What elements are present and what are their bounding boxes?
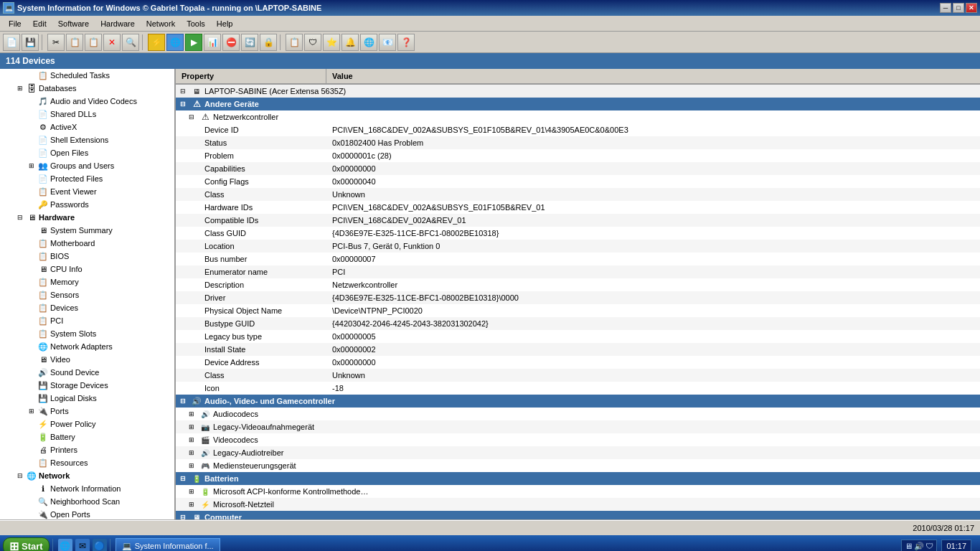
tree-item-network-adapters[interactable]: 🌐 Network Adapters xyxy=(0,340,174,353)
tb-refresh[interactable]: 🔄 xyxy=(241,34,258,51)
expand-icon[interactable] xyxy=(26,354,37,365)
tb-btn11[interactable]: 📧 xyxy=(379,34,396,51)
expand-icon[interactable] xyxy=(26,225,37,236)
tree-item-power-policy[interactable]: ⚡ Power Policy xyxy=(0,418,174,430)
expand-icon[interactable]: ⊞ xyxy=(26,160,37,171)
expand-icon[interactable] xyxy=(26,315,37,326)
tree-container[interactable]: 📋 Scheduled Tasks ⊞ 🗄 Databases 🎵 Audio … xyxy=(0,69,174,519)
expand-icon[interactable] xyxy=(26,250,37,262)
tb-btn7[interactable]: 🛡 xyxy=(304,34,321,51)
expand-icon[interactable]: ⊟ xyxy=(176,397,190,405)
tree-item-shared-dlls[interactable]: 📄 Shared DLLs xyxy=(0,108,174,121)
item-audiocodecs[interactable]: ⊞ 🔊 Audiocodecs xyxy=(176,408,980,420)
section-audio-video[interactable]: ⊟ 🔊 Audio-, Video- und Gamecontroller xyxy=(176,395,980,408)
expand-icon[interactable] xyxy=(26,418,37,430)
tb-new[interactable]: 📄 xyxy=(3,34,20,51)
tb-btn12[interactable]: ❓ xyxy=(397,34,415,51)
item-ms-netzteil[interactable]: ⊞ ⚡ Microsoft-Netzteil xyxy=(176,498,980,511)
tb-btn3[interactable]: ▶ xyxy=(185,34,202,51)
tb-btn2[interactable]: 🌐 xyxy=(166,34,184,51)
expand-icon[interactable]: ⊟ xyxy=(14,212,26,223)
expand-icon[interactable]: ⊞ xyxy=(14,83,26,94)
tb-save[interactable]: 💾 xyxy=(22,34,39,51)
expand-icon[interactable]: ⊞ xyxy=(184,423,199,430)
expand-icon[interactable] xyxy=(26,199,37,210)
tree-item-network[interactable]: ⊟ 🌐 Network xyxy=(0,469,174,482)
tree-item-system-slots[interactable]: 📋 System Slots xyxy=(0,327,174,340)
expand-icon[interactable]: ⊞ xyxy=(184,488,199,495)
tb-btn4[interactable]: 📊 xyxy=(204,34,221,51)
expand-icon[interactable] xyxy=(26,173,37,184)
expand-icon[interactable] xyxy=(26,380,37,391)
tree-item-printers[interactable]: 🖨 Printers xyxy=(0,443,174,456)
expand-icon[interactable]: ⊞ xyxy=(184,449,199,456)
menu-edit[interactable]: Edit xyxy=(27,18,52,29)
expand-icon[interactable]: ⊞ xyxy=(184,501,199,508)
expand-icon[interactable] xyxy=(26,483,37,494)
root-node[interactable]: ⊟ 🖥 LAPTOP-SABINE (Acer Extensa 5635Z) xyxy=(176,85,980,98)
expand-icon[interactable] xyxy=(26,496,37,507)
tray-icon-network[interactable]: 🖥 xyxy=(905,542,913,550)
tree-item-resources[interactable]: 📋 Resources xyxy=(0,456,174,469)
start-button[interactable]: ⊞ Start xyxy=(3,537,50,551)
menu-help[interactable]: Help xyxy=(211,18,239,29)
tree-item-devices[interactable]: 📋 Devices xyxy=(0,301,174,314)
tree-item-neighborhood-scan[interactable]: 🔍 Neighborhood Scan xyxy=(0,495,174,508)
tree-item-motherboard[interactable]: 📋 Motherboard xyxy=(0,237,174,250)
minimize-button[interactable]: ─ xyxy=(940,3,951,13)
item-videocodecs[interactable]: ⊞ 🎬 Videocodecs xyxy=(176,433,980,446)
tree-item-ports[interactable]: ⊞ 🔌 Ports xyxy=(0,405,174,418)
tree-item-groups-users[interactable]: ⊞ 👥 Groups and Users xyxy=(0,159,174,172)
item-ms-acpi[interactable]: ⊞ 🔋 Microsoft ACPI-konforme Kontrollmeth… xyxy=(176,485,980,498)
expand-icon[interactable] xyxy=(26,134,37,146)
expand-icon[interactable]: ⊟ xyxy=(184,113,199,121)
expand-icon[interactable] xyxy=(26,431,37,443)
tree-item-cpu-info[interactable]: 🖥 CPU Info xyxy=(0,263,174,276)
tb-copy[interactable]: 📋 xyxy=(66,34,83,51)
expand-icon[interactable] xyxy=(26,186,37,197)
expand-icon[interactable]: ⊞ xyxy=(26,405,37,417)
menu-file[interactable]: File xyxy=(3,18,27,29)
item-mediensteuerung[interactable]: ⊞ 🎮 Mediensteuerungsgerät xyxy=(176,459,980,472)
expand-icon[interactable] xyxy=(26,341,37,352)
tree-item-activex[interactable]: ⚙ ActiveX xyxy=(0,121,174,133)
tb-btn8[interactable]: ⭐ xyxy=(323,34,340,51)
expand-icon[interactable] xyxy=(26,263,37,275)
expand-icon[interactable] xyxy=(26,509,37,519)
expand-icon[interactable] xyxy=(26,95,37,107)
tree-item-shell-extensions[interactable]: 📄 Shell Extensions xyxy=(0,133,174,146)
tree-item-system-summary[interactable]: 🖥 System Summary xyxy=(0,224,174,237)
tree-item-pci[interactable]: 📋 PCI xyxy=(0,314,174,327)
expand-icon[interactable]: ⊞ xyxy=(184,436,199,443)
tree-item-battery[interactable]: 🔋 Battery xyxy=(0,430,174,443)
expand-icon[interactable] xyxy=(26,289,37,301)
tree-item-databases[interactable]: ⊞ 🗄 Databases xyxy=(0,82,174,95)
tray-icon-volume[interactable]: 🔊 xyxy=(914,542,924,551)
tb-delete[interactable]: ✕ xyxy=(103,34,121,51)
tree-item-storage-devices[interactable]: 💾 Storage Devices xyxy=(0,379,174,392)
tree-item-sensors[interactable]: 📋 Sensors xyxy=(0,288,174,301)
expand-icon[interactable] xyxy=(26,328,37,339)
tree-item-hardware[interactable]: ⊟ 🖥 Hardware xyxy=(0,211,174,224)
close-button[interactable]: ✕ xyxy=(966,3,977,13)
browser-icon2[interactable]: 🔵 xyxy=(93,539,107,551)
ie-icon[interactable]: 🌐 xyxy=(58,539,72,551)
tree-item-scheduled-tasks[interactable]: 📋 Scheduled Tasks xyxy=(0,69,174,82)
section-batterien[interactable]: ⊟ 🔋 Batterien xyxy=(176,472,980,485)
expand-icon[interactable]: ⊞ xyxy=(184,410,199,418)
expand-icon[interactable] xyxy=(26,147,37,159)
tree-item-sound-device[interactable]: 🔊 Sound Device xyxy=(0,366,174,379)
expand-icon[interactable]: ⊟ xyxy=(14,470,26,481)
tree-item-passwords[interactable]: 🔑 Passwords xyxy=(0,198,174,211)
expand-icon[interactable] xyxy=(26,392,37,404)
menu-software[interactable]: Software xyxy=(52,18,95,29)
expand-icon[interactable] xyxy=(26,444,37,456)
tb-stop[interactable]: ⛔ xyxy=(222,34,240,51)
tree-item-video[interactable]: 🖥 Video xyxy=(0,353,174,366)
device-netzwerkcontroller[interactable]: ⊟ ⚠ Netzwerkcontroller xyxy=(176,110,980,123)
expand-icon[interactable] xyxy=(26,121,37,133)
tb-btn5[interactable]: 🔒 xyxy=(260,34,277,51)
tree-item-bios[interactable]: 📋 BIOS xyxy=(0,250,174,263)
tree-item-event-viewer[interactable]: 📋 Event Viewer xyxy=(0,185,174,198)
section-andere-gerate[interactable]: ⊟ ⚠ Andere Geräte xyxy=(176,98,980,110)
